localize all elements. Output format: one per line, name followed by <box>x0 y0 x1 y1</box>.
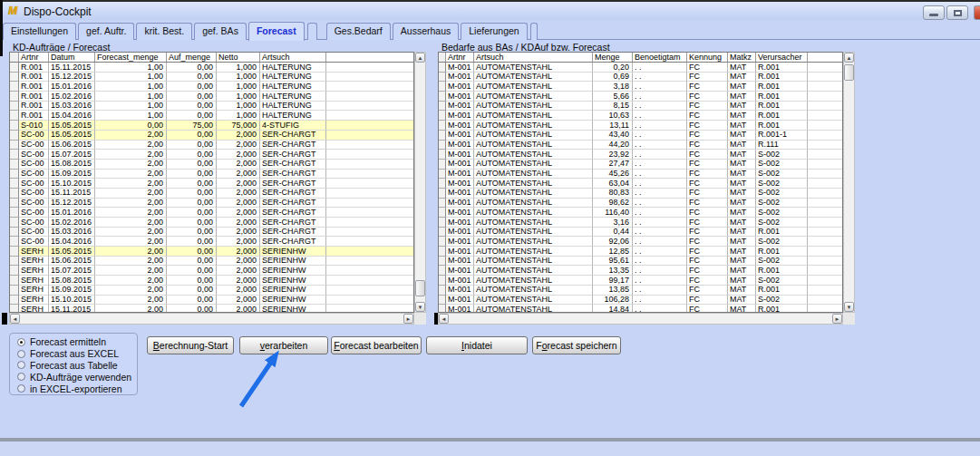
scroll-thumb[interactable] <box>844 64 854 81</box>
table-row[interactable]: M-001AUTOMATENSTAHL3,16. .FCMATS-002 <box>439 218 842 228</box>
row-selector[interactable] <box>10 286 19 296</box>
row-selector[interactable] <box>10 160 19 170</box>
row-selector[interactable] <box>10 237 19 247</box>
table-row[interactable]: SERH15.11.20152,000,002,000SERIENHW <box>10 305 413 313</box>
vertical-scrollbar[interactable]: ▲ ▼ <box>414 52 426 313</box>
table-row[interactable]: SC-0015.03.20162,000,002,000SER-CHARGT <box>10 228 413 238</box>
tab-gef-bas[interactable]: gef. BAs <box>194 23 247 40</box>
row-selector[interactable] <box>10 208 19 218</box>
scroll-thumb[interactable] <box>415 280 425 296</box>
table-row[interactable]: M-001AUTOMATENSTAHL95,61. .FCMATS-002 <box>439 257 842 267</box>
table-row[interactable]: M-001AUTOMATENSTAHL116,40. .FCMATS-002 <box>439 208 842 218</box>
row-selector[interactable] <box>10 111 19 121</box>
row-selector[interactable] <box>10 199 19 209</box>
row-selector[interactable] <box>439 92 446 102</box>
table-row[interactable]: SERH15.10.20152,000,002,000SERIENHW <box>10 296 413 306</box>
table-row[interactable]: SC-0015.10.20152,000,002,000SER-CHARGT <box>10 179 413 189</box>
table-row[interactable]: SC-0015.08.20152,000,002,000SER-CHARGT <box>10 160 413 170</box>
table-row[interactable]: R.00115.01.20161,000,001,000HALTERUNG <box>10 82 413 92</box>
table-row[interactable]: S-01015.05.20150,0075,0075,0004-STUFIG <box>10 121 413 131</box>
table-row[interactable]: M-001AUTOMATENSTAHL5,66. .FCMATR.001 <box>439 92 842 102</box>
table-row[interactable]: M-001AUTOMATENSTAHL13,11. .FCMATR.001 <box>439 121 842 131</box>
table-row[interactable]: M-001AUTOMATENSTAHL80,83. .FCMATS-002 <box>439 189 842 199</box>
scroll-right-icon[interactable]: ► <box>403 314 413 324</box>
table-row[interactable]: M-001AUTOMATENSTAHL106,28. .FCMATS-002 <box>439 296 842 306</box>
row-selector[interactable] <box>439 121 446 131</box>
row-selector[interactable] <box>10 121 19 131</box>
table-row[interactable]: R.00115.11.20151,000,001,000HALTERUNG <box>10 63 413 73</box>
table-row[interactable]: M-001AUTOMATENSTAHL0,44. .FCMATR.001 <box>439 228 842 238</box>
table-row[interactable]: SERH15.09.20152,000,002,000SERIENHW <box>10 286 413 296</box>
tab-lieferungen[interactable]: Lieferungen <box>461 23 527 40</box>
table-row[interactable]: SC-0015.04.20162,000,002,000SER-CHARGT <box>10 237 413 247</box>
forecast-bearbeiten-button[interactable]: Forecast bearbeiten <box>331 336 422 354</box>
scroll-down-icon[interactable]: ▼ <box>415 302 425 312</box>
row-selector[interactable] <box>439 199 446 209</box>
table-row[interactable]: SERH15.07.20152,000,002,000SERIENHW <box>10 266 413 276</box>
table-row[interactable]: R.00115.02.20161,000,001,000HALTERUNG <box>10 92 413 102</box>
row-selector[interactable] <box>439 257 446 267</box>
row-selector[interactable] <box>439 73 446 82</box>
split-handle[interactable] <box>2 313 7 325</box>
forecast-speichern-button[interactable]: Forecast speichern <box>532 336 621 354</box>
row-selector[interactable] <box>10 170 19 179</box>
table-row[interactable]: SC-0015.12.20152,000,002,000SER-CHARGT <box>10 199 413 209</box>
table-row[interactable]: SC-0015.09.20152,000,002,000SER-CHARGT <box>10 170 413 179</box>
row-selector[interactable] <box>439 179 446 189</box>
row-selector[interactable] <box>10 141 19 150</box>
row-selector[interactable] <box>439 276 446 286</box>
row-selector[interactable] <box>10 82 19 92</box>
column-header-menge[interactable]: Menge <box>593 53 633 62</box>
row-selector[interactable] <box>439 266 446 276</box>
table-row[interactable]: R.00115.03.20161,000,001,000HALTERUNG <box>10 102 413 112</box>
row-selector[interactable] <box>439 228 446 238</box>
table-row[interactable]: M-001AUTOMATENSTAHL14,84. .FCMATR.001 <box>439 305 842 313</box>
table-row[interactable]: M-001AUTOMATENSTAHL13,35. .FCMATR.001 <box>439 266 842 276</box>
row-selector[interactable] <box>10 228 19 238</box>
row-selector[interactable] <box>10 179 19 189</box>
row-selector[interactable] <box>10 276 19 286</box>
row-selector[interactable] <box>439 286 446 296</box>
column-header-artnr[interactable]: Artnr <box>446 53 474 62</box>
table-row[interactable]: M-001AUTOMATENSTAHL13,85. .FCMATR.001 <box>439 286 842 296</box>
table-row[interactable]: M-001AUTOMATENSTAHL27,47. .FCMATS-002 <box>439 160 842 170</box>
row-selector[interactable] <box>439 63 446 73</box>
row-selector[interactable] <box>10 131 19 141</box>
column-header-artsuch[interactable]: Artsuch <box>260 53 326 62</box>
row-selector[interactable] <box>10 305 19 313</box>
table-row[interactable]: M-001AUTOMATENSTAHL23,92. .FCMATS-002 <box>439 150 842 160</box>
column-header-forecast-menge[interactable]: Forecast_menge <box>95 53 167 62</box>
table-row[interactable]: SERH15.05.20152,000,002,000SERIENHW <box>10 247 413 257</box>
column-header-matkz[interactable]: Matkz <box>728 53 756 62</box>
close-button[interactable] <box>974 5 980 20</box>
row-selector[interactable] <box>439 111 446 121</box>
row-selector[interactable] <box>10 218 19 228</box>
column-header-verursacher[interactable]: Verursacher <box>756 53 808 62</box>
table-row[interactable]: R.00115.04.20161,000,001,000HALTERUNG <box>10 111 413 121</box>
row-selector[interactable] <box>439 170 446 179</box>
verarbeiten-button[interactable]: verarbeiten <box>239 336 328 354</box>
table-row[interactable]: M-001AUTOMATENSTAHL3,18. .FCMATR.001 <box>439 82 842 92</box>
column-header-kennung[interactable]: Kennung <box>687 53 728 62</box>
row-selector[interactable] <box>439 237 446 247</box>
table-row[interactable]: M-001AUTOMATENSTAHL92,06. .FCMATS-002 <box>439 237 842 247</box>
row-selector[interactable] <box>439 141 446 150</box>
row-selector[interactable] <box>439 296 446 306</box>
row-selector[interactable] <box>439 305 446 313</box>
table-row[interactable]: SC-0015.05.20152,000,002,000SER-CHARGT <box>10 131 413 141</box>
tab-forecast[interactable]: Forecast <box>248 22 305 41</box>
row-selector[interactable] <box>10 247 19 257</box>
table-row[interactable]: M-001AUTOMATENSTAHL43,40. .FCMATR.001-1 <box>439 131 842 141</box>
column-header-datum[interactable]: Datum <box>49 53 95 62</box>
column-header-artnr[interactable]: Artnr <box>19 53 49 62</box>
row-selector[interactable] <box>439 131 446 141</box>
row-selector[interactable] <box>10 63 19 73</box>
scroll-right-icon[interactable]: ► <box>832 314 842 324</box>
horizontal-scrollbar[interactable]: ◄ ► <box>9 313 414 325</box>
table-row[interactable]: SC-0015.07.20152,000,002,000SER-CHARGT <box>10 150 413 160</box>
row-selector[interactable] <box>439 247 446 257</box>
minimize-button[interactable] <box>923 5 945 20</box>
radio-in-excel-exportieren[interactable]: in EXCEL-exportieren <box>17 383 137 394</box>
tab-gef-auftr[interactable]: gef. Auftr. <box>78 23 134 40</box>
scroll-down-icon[interactable]: ▼ <box>844 302 854 312</box>
